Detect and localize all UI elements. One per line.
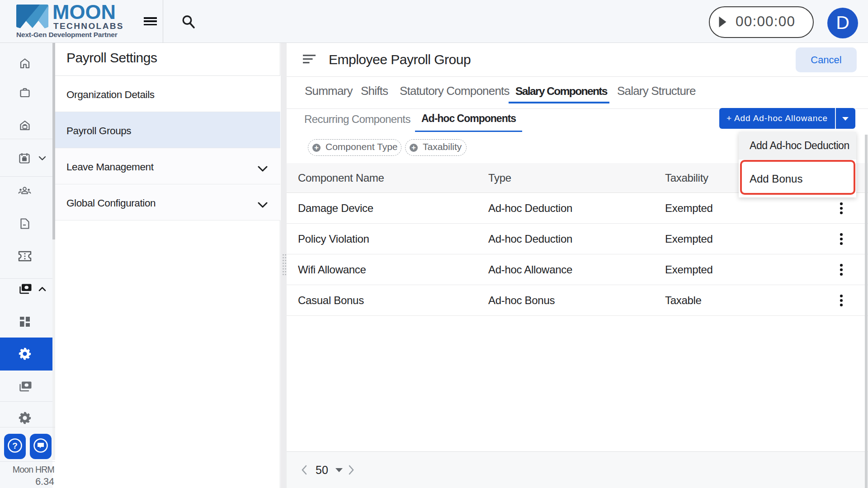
- svg-text:?: ?: [12, 441, 18, 450]
